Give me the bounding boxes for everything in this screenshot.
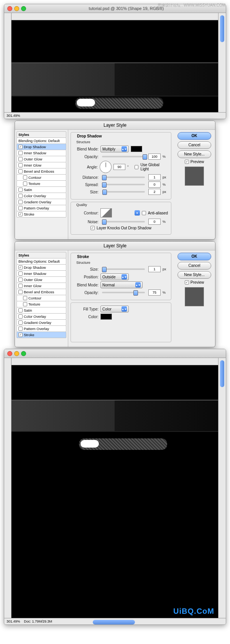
size-slider[interactable]	[102, 191, 145, 193]
scrollbar-vertical[interactable]	[218, 13, 226, 112]
checkbox-icon[interactable]	[18, 151, 23, 155]
ruler-vertical[interactable]	[4, 13, 12, 112]
minimize-icon[interactable]	[14, 6, 19, 11]
blend-mode-select[interactable]: Multiply▲▼	[100, 145, 129, 152]
ok-button[interactable]: OK	[177, 253, 211, 260]
doc-size[interactable]: Doc: 1.79M/29.3M	[24, 619, 53, 623]
sidebar-inner-shadow[interactable]: Inner Shadow	[16, 270, 66, 277]
slider-knob[interactable]	[102, 219, 107, 225]
sidebar-satin[interactable]: Satin	[16, 307, 66, 314]
close-icon[interactable]	[7, 6, 12, 11]
sidebar-drop-shadow[interactable]: Drop Shadow	[16, 264, 66, 271]
sidebar-satin[interactable]: Satin	[16, 186, 66, 193]
sidebar-gradient-overlay[interactable]: Gradient Overlay	[16, 199, 66, 205]
sidebar-outer-glow[interactable]: Outer Glow	[16, 156, 66, 162]
opacity-input[interactable]: 75	[148, 289, 161, 296]
sidebar-inner-glow[interactable]: Inner Glow	[16, 162, 66, 168]
size-input[interactable]: 1	[148, 266, 161, 272]
scrollbar-thumb[interactable]	[220, 360, 224, 387]
new-style-button[interactable]: New Style...	[177, 150, 211, 158]
sidebar-contour[interactable]: Contour	[16, 295, 66, 301]
distance-input[interactable]: 1	[148, 174, 161, 180]
sidebar-stroke[interactable]: Stroke	[16, 332, 66, 338]
preview-checkbox[interactable]	[185, 160, 189, 164]
sidebar-bevel-emboss[interactable]: Bevel and Emboss	[16, 289, 66, 295]
ok-button[interactable]: OK	[177, 132, 211, 140]
checkbox-icon[interactable]	[18, 333, 23, 337]
checkbox-icon[interactable]	[23, 302, 27, 306]
sidebar-color-overlay[interactable]: Color Overlay	[16, 313, 66, 320]
ruler-vertical[interactable]	[4, 358, 12, 618]
slider-knob[interactable]	[102, 182, 107, 188]
checkbox-icon[interactable]	[18, 290, 23, 294]
canvas[interactable]	[12, 20, 218, 112]
sidebar-styles-header[interactable]: Styles	[16, 252, 66, 258]
checkbox-icon[interactable]	[23, 181, 27, 186]
checkbox-icon[interactable]	[18, 308, 23, 312]
checkbox-icon[interactable]	[18, 163, 23, 167]
zoom-level[interactable]: 301.49%	[7, 114, 20, 118]
checkbox-icon[interactable]	[18, 284, 23, 288]
spread-input[interactable]: 0	[148, 181, 161, 188]
sidebar-styles-header[interactable]: Styles	[16, 131, 66, 138]
sidebar-blending-options[interactable]: Blending Options: Default	[16, 137, 66, 144]
sidebar-texture[interactable]: Texture	[16, 301, 66, 307]
sidebar-texture[interactable]: Texture	[16, 180, 66, 187]
checkbox-icon[interactable]	[18, 206, 23, 210]
sidebar-pattern-overlay[interactable]: Pattern Overlay	[16, 325, 66, 332]
checkbox-icon[interactable]	[23, 296, 27, 300]
preview-checkbox[interactable]	[185, 280, 189, 284]
angle-dial[interactable]	[100, 161, 112, 173]
use-global-light-checkbox[interactable]	[135, 165, 139, 169]
scrollbar-horizontal-thumb[interactable]	[93, 620, 135, 624]
zoom-icon[interactable]	[21, 6, 26, 11]
sidebar-pattern-overlay[interactable]: Pattern Overlay	[16, 205, 66, 211]
sidebar-contour[interactable]: Contour	[16, 174, 66, 181]
zoom-level[interactable]: 301.49%	[7, 619, 20, 623]
contour-picker[interactable]	[100, 208, 112, 217]
checkbox-icon[interactable]	[18, 278, 23, 282]
sidebar-color-overlay[interactable]: Color Overlay	[16, 193, 66, 199]
distance-slider[interactable]	[102, 177, 145, 178]
sidebar-outer-glow[interactable]: Outer Glow	[16, 276, 66, 283]
opacity-input[interactable]: 100	[148, 154, 161, 160]
slider-knob[interactable]	[143, 154, 147, 160]
close-icon[interactable]	[7, 351, 12, 356]
cancel-button[interactable]: Cancel	[177, 141, 211, 149]
checkbox-icon[interactable]	[18, 194, 23, 198]
minimize-icon[interactable]	[14, 351, 19, 356]
spread-slider[interactable]	[102, 184, 145, 185]
ruler-horizontal[interactable]	[12, 13, 218, 20]
slider-knob[interactable]	[102, 190, 107, 195]
checkbox-icon[interactable]	[18, 145, 23, 149]
fill-type-select[interactable]: Color▲▼	[100, 306, 129, 312]
slider-knob[interactable]	[133, 290, 138, 296]
checkbox-icon[interactable]	[23, 175, 27, 180]
anti-aliased-checkbox[interactable]	[142, 211, 146, 215]
ruler-horizontal[interactable]	[12, 358, 218, 365]
slider-knob[interactable]	[102, 175, 107, 180]
angle-input[interactable]: 90	[113, 164, 125, 170]
sidebar-stroke[interactable]: Stroke	[16, 211, 66, 217]
opacity-slider[interactable]	[102, 292, 145, 293]
sidebar-inner-shadow[interactable]: Inner Shadow	[16, 150, 66, 156]
new-style-button[interactable]: New Style...	[177, 271, 211, 279]
shadow-color-swatch[interactable]	[131, 146, 142, 152]
checkbox-icon[interactable]	[18, 320, 23, 325]
scrollbar-thumb[interactable]	[220, 15, 224, 42]
knockout-checkbox[interactable]	[90, 226, 95, 230]
position-select[interactable]: Outside▲▼	[100, 273, 129, 280]
sidebar-inner-glow[interactable]: Inner Glow	[16, 283, 66, 289]
size-slider[interactable]	[102, 268, 145, 270]
slider-knob[interactable]	[102, 267, 107, 272]
sidebar-gradient-overlay[interactable]: Gradient Overlay	[16, 319, 66, 326]
chevron-down-icon[interactable]: ▼	[135, 210, 140, 216]
scrollbar-vertical[interactable]	[218, 358, 226, 618]
stroke-color-swatch[interactable]	[100, 314, 112, 320]
checkbox-icon[interactable]	[18, 327, 23, 331]
blend-mode-select[interactable]: Normal▲▼	[100, 281, 143, 288]
opacity-slider[interactable]	[102, 156, 145, 157]
checkbox-icon[interactable]	[18, 271, 23, 276]
checkbox-icon[interactable]	[18, 200, 23, 204]
checkbox-icon[interactable]	[18, 169, 23, 173]
